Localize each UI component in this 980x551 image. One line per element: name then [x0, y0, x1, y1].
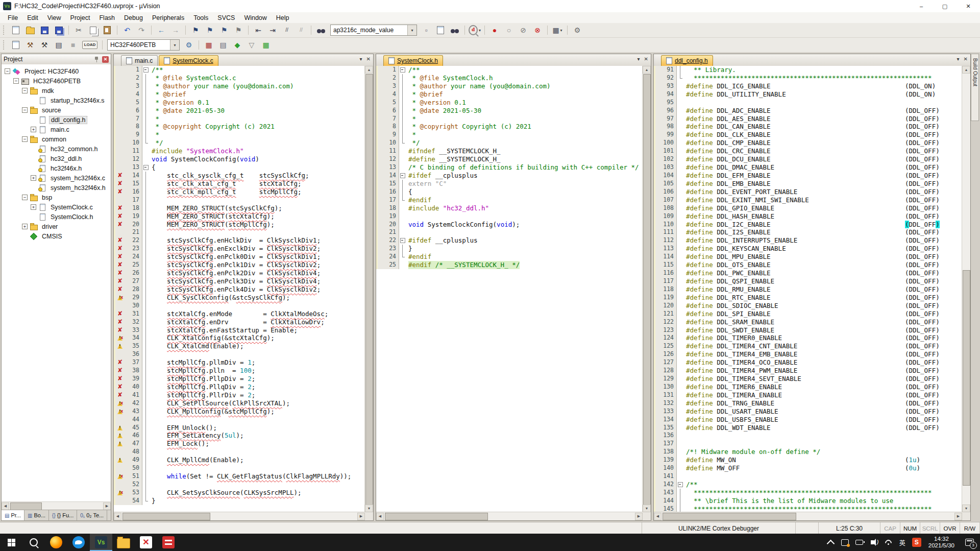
breakpoint-kill-all-button[interactable]: ⊗ [531, 24, 544, 36]
tree-item-hc32f460petb[interactable]: −HC32F460PETB [2, 76, 111, 86]
code-line[interactable]: 3 * @author your name (you@domain.com) [114, 82, 365, 90]
paste-button[interactable] [101, 24, 114, 36]
tab-list-dropdown-icon[interactable]: ▾ [957, 56, 960, 62]
tree-item-common[interactable]: −common [2, 134, 111, 144]
code-line[interactable]: 142/** [654, 481, 962, 489]
code-line[interactable]: 44 [114, 416, 365, 424]
code-line[interactable]: 6 * @date 2021-05-30 [376, 107, 643, 115]
scroll-up-arrow-icon[interactable]: ▲ [643, 66, 651, 74]
code-line[interactable]: x42 CLK_SetPllSource(ClkPllSrcXTAL); [114, 399, 365, 408]
code-line[interactable]: 35 CLK_XtalCmd(Enable); [114, 342, 365, 350]
code-line[interactable]: 12void SystemClockConfig(void) [114, 155, 365, 163]
code-line[interactable]: 1/** [114, 66, 365, 74]
code-line[interactable]: 122#define DDL_SRAM_ENABLE (DDL_OFF) [654, 318, 962, 326]
code-editor[interactable]: 1/**2 * @file SystemClock.c3 * @author y… [114, 66, 365, 512]
functions-tab[interactable]: {}{} Fu... [49, 510, 77, 520]
books-tab[interactable]: ▥Bo... [24, 510, 49, 520]
find-in-files-button[interactable] [314, 24, 328, 36]
code-line[interactable]: 138/*! Midware module on-off define */ [654, 448, 962, 456]
code-line[interactable]: 140#define MW_OFF (0u) [654, 464, 962, 472]
code-line[interactable]: 132#define DDL_TRNG_ENABLE (DDL_OFF) [654, 399, 962, 408]
code-line[interactable]: 137 [654, 440, 962, 448]
taskbar-app-red-x[interactable]: ✕ [135, 534, 157, 551]
taskbar-file-explorer[interactable] [112, 534, 135, 551]
code-line[interactable]: 15extern "C" [376, 180, 643, 188]
scroll-right-arrow-icon[interactable]: ▶ [357, 513, 365, 520]
tab-ddl-config-h[interactable]: ddl_config.h [661, 55, 713, 66]
expand-icon[interactable]: + [31, 175, 36, 181]
code-line[interactable]: 21 [376, 228, 643, 236]
code-line[interactable]: 4 * @brief [114, 90, 365, 99]
fold-gutter[interactable] [142, 163, 149, 172]
code-line[interactable]: 108#define DDL_GPIO_ENABLE (DDL_OFF) [654, 204, 962, 212]
bookmark-toggle-button[interactable]: ⚑ [189, 24, 202, 36]
v-scrollbar[interactable]: ▲▼ [642, 66, 651, 512]
code-line[interactable]: 2 * @file SystemClock.h [376, 74, 643, 82]
code-line[interactable]: 22#ifdef __cplusplus [376, 236, 643, 245]
cut-button[interactable]: ✂ [72, 24, 85, 36]
code-line[interactable]: 17#endif [376, 196, 643, 204]
code-line[interactable]: 48 [114, 448, 365, 456]
code-line[interactable]: 114#define DDL_MPU_ENABLE (DDL_OFF) [654, 253, 962, 261]
code-line[interactable]: 106#define DDL_EVENT_PORT_ENABLE (DDL_OF… [654, 188, 962, 196]
project-panel-close-icon[interactable]: ✕ [102, 56, 109, 63]
scroll-left-arrow-icon[interactable]: ◀ [376, 513, 384, 520]
maximize-button[interactable]: ▢ [933, 0, 957, 12]
code-line[interactable]: 11#ifndef __SYSTEMCLOCK_H_ [376, 147, 643, 155]
save-all-button[interactable] [52, 24, 65, 36]
collapse-icon[interactable]: − [22, 107, 28, 113]
bookmark-prev-button[interactable]: ⚑ [203, 24, 216, 36]
code-line[interactable]: 105#define DDL_EMB_ENABLE (DDL_OFF) [654, 180, 962, 188]
code-line[interactable]: 14#ifdef __cplusplus [376, 172, 643, 180]
code-line[interactable]: 128#define DDL_TIMER4_PWM_ENABLE (DDL_OF… [654, 367, 962, 375]
code-line[interactable]: ✘22 stcSysClkCfg.enHclkDiv = ClkSysclkDi… [114, 236, 365, 245]
tree-item-cmsis[interactable]: CMSIS [2, 231, 111, 241]
taskbar-app-blue[interactable] [67, 534, 90, 551]
code-line[interactable]: ✘38 stcMpllCfg.plln = 100; [114, 367, 365, 375]
fold-gutter[interactable] [399, 236, 406, 245]
chevron-down-icon[interactable]: ▾ [407, 25, 416, 35]
taskbar-clock[interactable]: 14:32 2021/5/30 [924, 536, 959, 549]
find-in-target-button[interactable] [448, 24, 461, 36]
code-line[interactable]: 23} [376, 245, 643, 253]
code-line[interactable]: 136 [654, 432, 962, 440]
code-line[interactable]: 13{ [114, 163, 365, 172]
undo-button[interactable]: ↶ [120, 24, 134, 36]
target-select-combo[interactable]: HC32F460PETB▾ [107, 39, 180, 51]
code-line[interactable]: 130#define DDL_TIMER6_ENABLE (DDL_OFF) [654, 383, 962, 391]
build-output-tab[interactable]: Build Output [971, 54, 979, 121]
tree-item-system-hc32f46x-h[interactable]: system_hc32f46x.h [2, 183, 111, 193]
scroll-down-arrow-icon[interactable]: ▼ [962, 505, 970, 512]
code-line[interactable]: 11#include "SystemClock.h" [114, 147, 365, 155]
code-line[interactable]: 24#endif [376, 253, 643, 261]
redo-button[interactable]: ↷ [135, 24, 148, 36]
menu-help[interactable]: Help [272, 12, 294, 23]
code-line[interactable]: ✘20 MEM_ZERO_STRUCT(stcMpllCfg); [114, 221, 365, 229]
code-line[interactable]: 12#define __SYSTEMCLOCK_H_ [376, 155, 643, 163]
code-line[interactable]: ✘40 stcMpllCfg.PllqDiv = 2; [114, 383, 365, 391]
tree-item-hc32-common-h[interactable]: hc32_common.h [2, 144, 111, 154]
fold-gutter[interactable] [142, 66, 149, 74]
code-line[interactable]: 30 [114, 302, 365, 310]
code-line[interactable]: 21 [114, 228, 365, 236]
code-line[interactable]: 145 ************************************… [654, 505, 962, 512]
templates-tab[interactable]: 0₁0₂ Te... [77, 510, 107, 520]
close-document-icon[interactable]: ✕ [644, 56, 648, 62]
fold-gutter[interactable] [676, 481, 683, 489]
code-line[interactable]: x51 while(Set != CLK_GetFlagStatus(ClkFl… [114, 472, 365, 481]
scroll-right-arrow-icon[interactable]: ▶ [954, 513, 962, 520]
expand-icon[interactable]: + [31, 204, 36, 210]
code-line[interactable]: ✘37 stcMpllCfg.pllmDiv = 1; [114, 358, 365, 367]
code-line[interactable]: 103#define DDL_DMAC_ENABLE (DDL_OFF) [654, 163, 962, 172]
code-line[interactable]: 7 * [376, 115, 643, 123]
menu-view[interactable]: View [43, 12, 66, 23]
tree-item-systemclock-c[interactable]: +SystemClock.c [2, 202, 111, 212]
code-line[interactable]: ✘18 MEM_ZERO_STRUCT(stcSysClkCfg); [114, 204, 365, 212]
code-line[interactable]: x29 CLK_SysClkConfig(&stcSysClkCfg); [114, 294, 365, 302]
debug-session-button[interactable]: d▾ [468, 24, 481, 36]
comment-selection-button[interactable]: // [280, 24, 293, 36]
code-line[interactable]: 16{ [376, 188, 643, 196]
code-line[interactable]: 7 * [114, 115, 365, 123]
code-line[interactable]: ✘14 stc_clk_sysclk_cfg_t stcSysClkCfg; [114, 172, 365, 180]
code-line[interactable]: 96#define DDL_ADC_ENABLE (DDL_OFF) [654, 107, 962, 115]
